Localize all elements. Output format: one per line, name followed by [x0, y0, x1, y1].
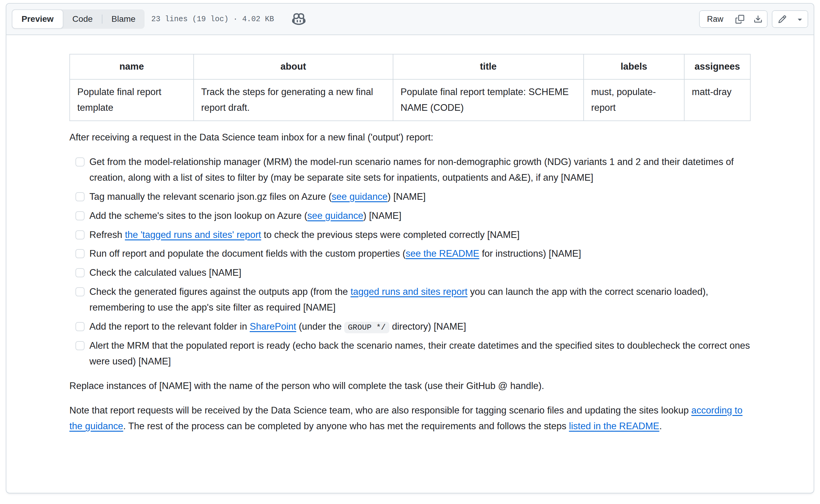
copy-icon	[736, 15, 744, 24]
task-checkbox	[75, 322, 84, 331]
task-item: Add the scheme's sites to the json looku…	[75, 208, 751, 224]
tab-preview[interactable]: Preview	[12, 9, 63, 29]
inline-link[interactable]: see guidance	[307, 210, 363, 221]
task-text: Get from the model-relationship manager …	[89, 154, 751, 186]
table-cell: Populate final report template	[70, 79, 193, 121]
inline-link[interactable]: SharePoint	[250, 321, 296, 332]
table-row: Populate final report templateTrack the …	[70, 79, 750, 121]
toolbar-left: Preview Code Blame 23 lines (19 loc) · 4…	[12, 9, 307, 29]
task-text: Add the report to the relevant folder in…	[89, 319, 751, 335]
table-cell: must, populate-report	[583, 79, 684, 121]
note-paragraph: Note that report requests will be receiv…	[69, 403, 751, 434]
task-text: Alert the MRM that the populated report …	[89, 338, 751, 370]
inline-link[interactable]: see the README	[406, 248, 479, 259]
copilot-icon	[292, 12, 306, 26]
table-header-cell: title	[393, 54, 583, 79]
task-text: Run off report and populate the document…	[89, 246, 751, 262]
edit-dropdown-button[interactable]	[792, 11, 808, 27]
table-header-row: nameabouttitlelabelsassignees	[70, 54, 750, 79]
intro-paragraph: After receiving a request in the Data Sc…	[69, 130, 751, 146]
tab-blame[interactable]: Blame	[102, 9, 144, 29]
replace-note-paragraph: Replace instances of [NAME] with the nam…	[69, 378, 751, 394]
inline-link[interactable]: the 'tagged runs and sites' report	[125, 229, 261, 240]
inline-link[interactable]: see guidance	[332, 191, 388, 202]
task-item: Check the generated figures against the …	[75, 284, 751, 316]
pencil-icon	[778, 15, 787, 24]
task-checkbox	[75, 341, 84, 350]
copilot-button[interactable]	[291, 11, 307, 27]
edit-button-group	[772, 10, 808, 28]
raw-button-group: Raw	[699, 10, 768, 28]
task-checkbox	[75, 287, 84, 296]
task-item: Tag manually the relevant scenario json.…	[75, 189, 751, 205]
inline-link[interactable]: listed in the README	[569, 421, 660, 431]
task-item: Check the calculated values [NAME]	[75, 265, 751, 281]
frontmatter-table: nameabouttitlelabelsassignees Populate f…	[69, 54, 751, 121]
file-viewer: Preview Code Blame 23 lines (19 loc) · 4…	[6, 3, 814, 493]
table-cell: Track the steps for generating a new fin…	[193, 79, 393, 121]
task-checkbox	[75, 192, 84, 201]
task-item: Run off report and populate the document…	[75, 246, 751, 262]
toolbar-right: Raw	[699, 10, 808, 28]
edit-button[interactable]	[772, 11, 792, 27]
task-item: Add the report to the relevant folder in…	[75, 319, 751, 335]
task-text: Refresh the 'tagged runs and sites' repo…	[89, 227, 751, 243]
download-button[interactable]	[749, 11, 767, 27]
task-item: Get from the model-relationship manager …	[75, 154, 751, 186]
markdown-preview: nameabouttitlelabelsassignees Populate f…	[6, 35, 814, 461]
table-header-cell: labels	[583, 54, 684, 79]
task-item: Refresh the 'tagged runs and sites' repo…	[75, 227, 751, 243]
task-text: Check the calculated values [NAME]	[89, 265, 751, 281]
view-switcher: Preview Code Blame	[12, 9, 144, 29]
table-header-cell: name	[70, 54, 193, 79]
tab-code[interactable]: Code	[63, 9, 102, 29]
inline-code: GROUP */	[344, 322, 389, 333]
task-checkbox	[75, 268, 84, 277]
task-text: Tag manually the relevant scenario json.…	[89, 189, 751, 205]
table-header-cell: assignees	[684, 54, 750, 79]
inline-link[interactable]: tagged runs and sites report	[351, 286, 468, 297]
table-cell: matt-dray	[684, 79, 750, 121]
task-item: Alert the MRM that the populated report …	[75, 338, 751, 370]
file-metadata: 23 lines (19 loc) · 4.02 KB	[151, 15, 274, 24]
table-cell: Populate final report template: SCHEME N…	[393, 79, 583, 121]
raw-button[interactable]: Raw	[700, 11, 731, 27]
task-checkbox	[75, 157, 84, 166]
task-list: Get from the model-relationship manager …	[69, 154, 751, 370]
task-checkbox	[75, 211, 84, 220]
triangle-down-icon	[795, 15, 804, 24]
file-toolbar: Preview Code Blame 23 lines (19 loc) · 4…	[6, 4, 814, 35]
task-text: Check the generated figures against the …	[89, 284, 751, 316]
task-checkbox	[75, 230, 84, 239]
task-checkbox	[75, 249, 84, 258]
task-text: Add the scheme's sites to the json looku…	[89, 208, 751, 224]
table-header-cell: about	[193, 54, 393, 79]
copy-raw-button[interactable]	[731, 11, 749, 27]
download-icon	[754, 15, 762, 24]
